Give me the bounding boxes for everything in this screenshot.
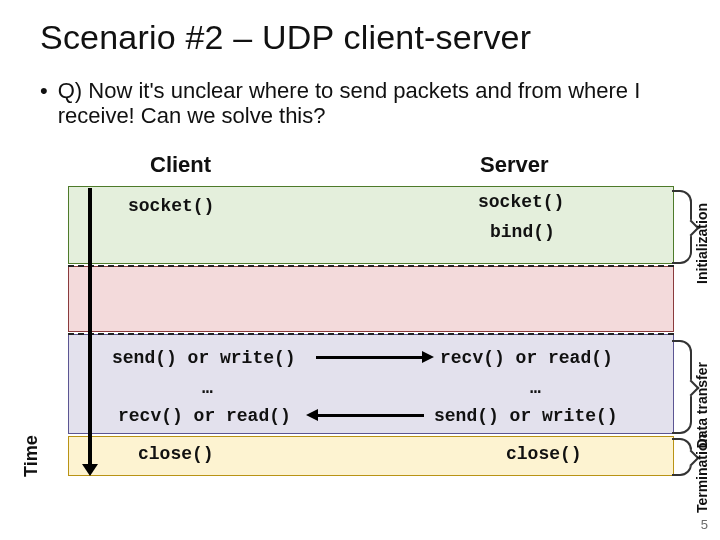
slide: Scenario #2 – UDP client-server • Q) Now… — [0, 0, 720, 540]
bullet-line: • Q) Now it's unclear where to send pack… — [40, 78, 680, 129]
column-header-client: Client — [150, 152, 211, 178]
column-header-server: Server — [480, 152, 549, 178]
page-number: 5 — [701, 517, 708, 532]
phase-label-termination: Termination — [694, 434, 710, 513]
time-axis-arrow — [88, 188, 92, 464]
brace-data-transfer — [672, 340, 692, 434]
server-send-call: send() or write() — [434, 406, 618, 426]
client-close-call: close() — [138, 444, 214, 464]
time-axis-label: Time — [21, 435, 42, 477]
phase-label-initialization: Initialization — [694, 203, 710, 284]
phase-band-middle — [68, 266, 674, 332]
bullet-dot: • — [40, 78, 48, 129]
bullet-text: Q) Now it's unclear where to send packet… — [58, 78, 680, 129]
slide-title: Scenario #2 – UDP client-server — [40, 18, 531, 57]
client-send-call: send() or write() — [112, 348, 296, 368]
arrow-server-to-client — [316, 414, 424, 417]
server-ellipsis: … — [530, 378, 541, 398]
dashed-separator — [68, 333, 674, 335]
brace-initialization — [672, 190, 692, 264]
server-bind-call: bind() — [490, 222, 555, 242]
server-close-call: close() — [506, 444, 582, 464]
server-socket-call: socket() — [478, 192, 564, 212]
dashed-separator — [68, 265, 674, 267]
arrow-client-to-server — [316, 356, 424, 359]
brace-termination — [672, 438, 692, 476]
client-socket-call: socket() — [128, 196, 214, 216]
client-ellipsis: … — [202, 378, 213, 398]
server-recv-call: recv() or read() — [440, 348, 613, 368]
client-recv-call: recv() or read() — [118, 406, 291, 426]
